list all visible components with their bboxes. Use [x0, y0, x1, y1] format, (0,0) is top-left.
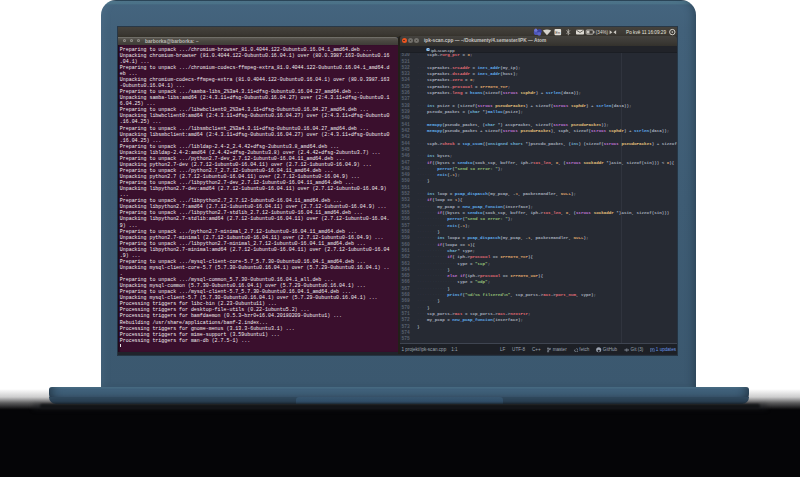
svg-text:En: En — [555, 29, 560, 34]
svg-text:(34%): (34%) — [596, 29, 609, 34]
svg-text:Po kvě 11 16:09:29: Po kvě 11 16:09:29 — [626, 29, 666, 34]
